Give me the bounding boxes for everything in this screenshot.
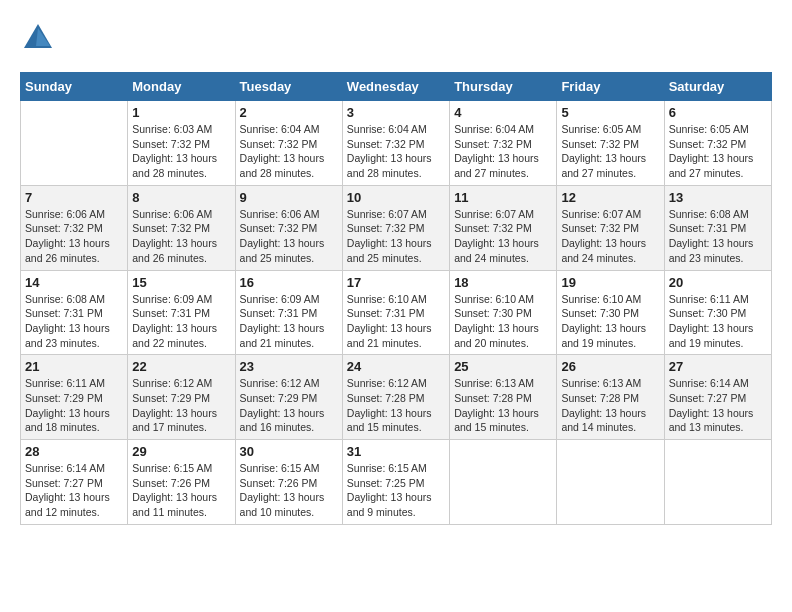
calendar-cell: 18Sunrise: 6:10 AMSunset: 7:30 PMDayligh…	[450, 270, 557, 355]
cell-details: Sunrise: 6:15 AMSunset: 7:25 PMDaylight:…	[347, 461, 445, 520]
calendar-cell: 7Sunrise: 6:06 AMSunset: 7:32 PMDaylight…	[21, 185, 128, 270]
weekday-header-cell: Sunday	[21, 73, 128, 101]
cell-details: Sunrise: 6:12 AMSunset: 7:28 PMDaylight:…	[347, 376, 445, 435]
calendar-week-row: 21Sunrise: 6:11 AMSunset: 7:29 PMDayligh…	[21, 355, 772, 440]
calendar-cell: 15Sunrise: 6:09 AMSunset: 7:31 PMDayligh…	[128, 270, 235, 355]
calendar-week-row: 7Sunrise: 6:06 AMSunset: 7:32 PMDaylight…	[21, 185, 772, 270]
calendar-cell: 5Sunrise: 6:05 AMSunset: 7:32 PMDaylight…	[557, 101, 664, 186]
day-number: 25	[454, 359, 552, 374]
cell-details: Sunrise: 6:05 AMSunset: 7:32 PMDaylight:…	[561, 122, 659, 181]
weekday-header-cell: Monday	[128, 73, 235, 101]
calendar-cell: 23Sunrise: 6:12 AMSunset: 7:29 PMDayligh…	[235, 355, 342, 440]
calendar-cell: 19Sunrise: 6:10 AMSunset: 7:30 PMDayligh…	[557, 270, 664, 355]
calendar-cell: 10Sunrise: 6:07 AMSunset: 7:32 PMDayligh…	[342, 185, 449, 270]
cell-details: Sunrise: 6:12 AMSunset: 7:29 PMDaylight:…	[240, 376, 338, 435]
calendar-cell: 21Sunrise: 6:11 AMSunset: 7:29 PMDayligh…	[21, 355, 128, 440]
day-number: 15	[132, 275, 230, 290]
calendar-cell: 2Sunrise: 6:04 AMSunset: 7:32 PMDaylight…	[235, 101, 342, 186]
calendar-cell: 29Sunrise: 6:15 AMSunset: 7:26 PMDayligh…	[128, 440, 235, 525]
day-number: 23	[240, 359, 338, 374]
calendar-cell: 13Sunrise: 6:08 AMSunset: 7:31 PMDayligh…	[664, 185, 771, 270]
day-number: 12	[561, 190, 659, 205]
cell-details: Sunrise: 6:13 AMSunset: 7:28 PMDaylight:…	[454, 376, 552, 435]
cell-details: Sunrise: 6:07 AMSunset: 7:32 PMDaylight:…	[454, 207, 552, 266]
weekday-header-cell: Thursday	[450, 73, 557, 101]
cell-details: Sunrise: 6:14 AMSunset: 7:27 PMDaylight:…	[25, 461, 123, 520]
calendar-cell: 26Sunrise: 6:13 AMSunset: 7:28 PMDayligh…	[557, 355, 664, 440]
cell-details: Sunrise: 6:12 AMSunset: 7:29 PMDaylight:…	[132, 376, 230, 435]
day-number: 2	[240, 105, 338, 120]
day-number: 9	[240, 190, 338, 205]
cell-details: Sunrise: 6:15 AMSunset: 7:26 PMDaylight:…	[132, 461, 230, 520]
calendar-cell: 4Sunrise: 6:04 AMSunset: 7:32 PMDaylight…	[450, 101, 557, 186]
cell-details: Sunrise: 6:05 AMSunset: 7:32 PMDaylight:…	[669, 122, 767, 181]
day-number: 27	[669, 359, 767, 374]
cell-details: Sunrise: 6:10 AMSunset: 7:30 PMDaylight:…	[454, 292, 552, 351]
day-number: 6	[669, 105, 767, 120]
calendar-cell: 12Sunrise: 6:07 AMSunset: 7:32 PMDayligh…	[557, 185, 664, 270]
weekday-header-cell: Tuesday	[235, 73, 342, 101]
calendar-cell: 11Sunrise: 6:07 AMSunset: 7:32 PMDayligh…	[450, 185, 557, 270]
calendar-body: 1Sunrise: 6:03 AMSunset: 7:32 PMDaylight…	[21, 101, 772, 525]
calendar-cell: 30Sunrise: 6:15 AMSunset: 7:26 PMDayligh…	[235, 440, 342, 525]
cell-details: Sunrise: 6:08 AMSunset: 7:31 PMDaylight:…	[25, 292, 123, 351]
day-number: 11	[454, 190, 552, 205]
day-number: 14	[25, 275, 123, 290]
weekday-header-row: SundayMondayTuesdayWednesdayThursdayFrid…	[21, 73, 772, 101]
calendar-cell	[557, 440, 664, 525]
logo-icon	[20, 20, 56, 56]
day-number: 7	[25, 190, 123, 205]
cell-details: Sunrise: 6:06 AMSunset: 7:32 PMDaylight:…	[25, 207, 123, 266]
calendar-cell: 16Sunrise: 6:09 AMSunset: 7:31 PMDayligh…	[235, 270, 342, 355]
day-number: 19	[561, 275, 659, 290]
day-number: 5	[561, 105, 659, 120]
weekday-header-cell: Saturday	[664, 73, 771, 101]
day-number: 1	[132, 105, 230, 120]
cell-details: Sunrise: 6:09 AMSunset: 7:31 PMDaylight:…	[240, 292, 338, 351]
cell-details: Sunrise: 6:03 AMSunset: 7:32 PMDaylight:…	[132, 122, 230, 181]
calendar-week-row: 1Sunrise: 6:03 AMSunset: 7:32 PMDaylight…	[21, 101, 772, 186]
day-number: 17	[347, 275, 445, 290]
calendar-cell: 8Sunrise: 6:06 AMSunset: 7:32 PMDaylight…	[128, 185, 235, 270]
cell-details: Sunrise: 6:06 AMSunset: 7:32 PMDaylight:…	[240, 207, 338, 266]
calendar-cell	[21, 101, 128, 186]
day-number: 29	[132, 444, 230, 459]
cell-details: Sunrise: 6:06 AMSunset: 7:32 PMDaylight:…	[132, 207, 230, 266]
calendar-cell: 27Sunrise: 6:14 AMSunset: 7:27 PMDayligh…	[664, 355, 771, 440]
calendar-week-row: 14Sunrise: 6:08 AMSunset: 7:31 PMDayligh…	[21, 270, 772, 355]
cell-details: Sunrise: 6:04 AMSunset: 7:32 PMDaylight:…	[454, 122, 552, 181]
day-number: 31	[347, 444, 445, 459]
day-number: 26	[561, 359, 659, 374]
day-number: 4	[454, 105, 552, 120]
cell-details: Sunrise: 6:09 AMSunset: 7:31 PMDaylight:…	[132, 292, 230, 351]
weekday-header-cell: Wednesday	[342, 73, 449, 101]
calendar-cell: 28Sunrise: 6:14 AMSunset: 7:27 PMDayligh…	[21, 440, 128, 525]
day-number: 20	[669, 275, 767, 290]
calendar-cell: 25Sunrise: 6:13 AMSunset: 7:28 PMDayligh…	[450, 355, 557, 440]
calendar-table: SundayMondayTuesdayWednesdayThursdayFrid…	[20, 72, 772, 525]
cell-details: Sunrise: 6:07 AMSunset: 7:32 PMDaylight:…	[347, 207, 445, 266]
cell-details: Sunrise: 6:10 AMSunset: 7:31 PMDaylight:…	[347, 292, 445, 351]
cell-details: Sunrise: 6:04 AMSunset: 7:32 PMDaylight:…	[347, 122, 445, 181]
calendar-cell: 14Sunrise: 6:08 AMSunset: 7:31 PMDayligh…	[21, 270, 128, 355]
calendar-cell: 20Sunrise: 6:11 AMSunset: 7:30 PMDayligh…	[664, 270, 771, 355]
calendar-cell: 22Sunrise: 6:12 AMSunset: 7:29 PMDayligh…	[128, 355, 235, 440]
calendar-cell: 9Sunrise: 6:06 AMSunset: 7:32 PMDaylight…	[235, 185, 342, 270]
day-number: 16	[240, 275, 338, 290]
calendar-week-row: 28Sunrise: 6:14 AMSunset: 7:27 PMDayligh…	[21, 440, 772, 525]
calendar-cell: 6Sunrise: 6:05 AMSunset: 7:32 PMDaylight…	[664, 101, 771, 186]
day-number: 24	[347, 359, 445, 374]
cell-details: Sunrise: 6:07 AMSunset: 7:32 PMDaylight:…	[561, 207, 659, 266]
cell-details: Sunrise: 6:04 AMSunset: 7:32 PMDaylight:…	[240, 122, 338, 181]
day-number: 28	[25, 444, 123, 459]
calendar-cell: 1Sunrise: 6:03 AMSunset: 7:32 PMDaylight…	[128, 101, 235, 186]
day-number: 10	[347, 190, 445, 205]
calendar-cell: 24Sunrise: 6:12 AMSunset: 7:28 PMDayligh…	[342, 355, 449, 440]
calendar-cell	[664, 440, 771, 525]
cell-details: Sunrise: 6:15 AMSunset: 7:26 PMDaylight:…	[240, 461, 338, 520]
calendar-cell: 31Sunrise: 6:15 AMSunset: 7:25 PMDayligh…	[342, 440, 449, 525]
day-number: 8	[132, 190, 230, 205]
calendar-cell: 17Sunrise: 6:10 AMSunset: 7:31 PMDayligh…	[342, 270, 449, 355]
day-number: 13	[669, 190, 767, 205]
logo	[20, 20, 62, 56]
